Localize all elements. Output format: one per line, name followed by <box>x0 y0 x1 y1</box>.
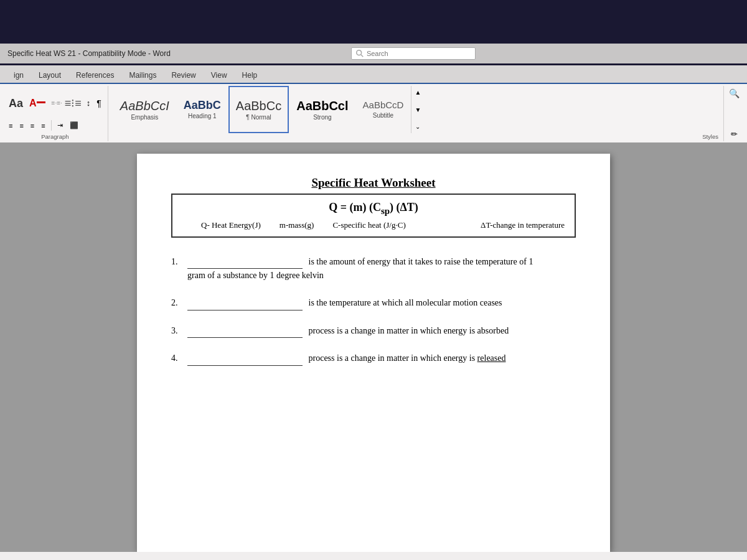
worksheet-title: Specific Heat Worksheet <box>171 176 576 190</box>
align-center-btn[interactable]: ≡ <box>17 120 26 131</box>
list-indent-icons: ≡·≡· <box>52 100 62 106</box>
search-btn[interactable]: 🔍 <box>726 87 742 100</box>
q3-body: process is a change in matter in which e… <box>187 324 576 338</box>
font-group: Aa A ≡·≡· ≡⁝≡ ↕ ¶ ≡ ≡ ≡ ≡ <box>2 86 108 141</box>
q1-body: is the amount of energy that it takes to… <box>187 255 576 283</box>
q2-blank[interactable] <box>187 299 303 310</box>
formula-box: Q = (m) (Csp) (ΔT) Q- Heat Energy(J) m-m… <box>171 194 576 238</box>
style-normal-label: ¶ Normal <box>246 114 271 121</box>
question-4: 4. process is a change in matter in whic… <box>171 352 576 365</box>
outdent-btn[interactable]: ⬛ <box>67 120 81 131</box>
justify-btn[interactable]: ≡ <box>39 120 47 131</box>
svg-line-1 <box>361 55 364 57</box>
style-heading1[interactable]: AaBbC Heading 1 <box>177 86 228 133</box>
formula-q: Q = (m) (C <box>329 201 381 213</box>
style-heading1-preview: AaBbC <box>184 100 221 112</box>
legend-q: Q- Heat Energy(J) <box>201 220 261 230</box>
styles-expand-arrow[interactable]: ⌄ <box>413 123 423 131</box>
tab-mailings[interactable]: Mailings <box>121 68 164 83</box>
app-window: Specific Heat WS 21 - Compatibility Mode… <box>0 0 747 560</box>
edit-btn[interactable]: ✏ <box>726 128 742 140</box>
q3-blank[interactable] <box>187 327 303 338</box>
indent-btn[interactable]: ⇥ <box>55 120 65 131</box>
align-icons: ≡⁝≡ <box>65 96 82 110</box>
style-strong-preview: AaBbCcl <box>296 99 348 113</box>
question-3: 3. process is a change in matter in whic… <box>171 324 576 338</box>
align-right-btn[interactable]: ≡ <box>28 120 37 131</box>
formula-sub: sp <box>381 206 390 216</box>
align-left-btn[interactable]: ≡ <box>6 120 15 131</box>
tab-ign[interactable]: ign <box>6 68 31 83</box>
q4-body: process is a change in matter in which e… <box>187 352 576 365</box>
tab-references[interactable]: References <box>68 68 121 83</box>
sort-button[interactable]: ↕ <box>84 97 93 109</box>
q4-number: 4. <box>171 352 187 365</box>
formula-equation: Q = (m) (Csp) (ΔT) <box>182 201 565 217</box>
formula-legend: Q- Heat Energy(J) m-mass(g) C-specific h… <box>182 220 565 230</box>
document-container: Specific Heat Worksheet Q = (m) (Csp) (Δ… <box>0 142 747 552</box>
font-aa-button[interactable]: Aa <box>6 96 26 110</box>
q3-number: 3. <box>171 324 187 338</box>
pilcrow-button[interactable]: ¶ <box>94 97 104 110</box>
legend-c: C-specific heat (J/g·C) <box>332 220 405 230</box>
font-controls: Aa A ≡·≡· ≡⁝≡ ↕ ¶ <box>6 86 104 120</box>
search-icon <box>355 49 364 58</box>
q2-number: 2. <box>171 296 187 310</box>
window-area: ign Layout References Mailings Review Vi… <box>0 65 747 560</box>
q2-body: is the temperature at which all molecula… <box>187 296 576 310</box>
title-bar: Specific Heat WS 21 - Compatibility Mode… <box>0 44 747 63</box>
formula-end: ) (ΔT) <box>390 201 418 213</box>
style-subtitle[interactable]: AaBbCcD Subtitle <box>356 86 411 133</box>
q1-blank[interactable] <box>187 258 303 269</box>
style-subtitle-preview: AaBbCcD <box>363 100 404 111</box>
search-bar[interactable] <box>351 47 476 60</box>
q3-text: process is a change in matter in which e… <box>309 326 509 335</box>
q1-number: 1. <box>171 255 187 269</box>
styles-up-arrow[interactable]: ▲ <box>413 88 423 96</box>
styles-row: AaBbCcI Emphasis AaBbC Heading 1 AaBbCc … <box>113 86 718 133</box>
legend-dt: ΔT-change in temperature <box>481 220 565 230</box>
font-a-button[interactable]: A <box>27 96 48 110</box>
font-underline <box>37 101 45 103</box>
style-emphasis-preview: AaBbCcI <box>120 99 169 113</box>
paragraph-label: Paragraph <box>6 132 104 140</box>
second-row-font: ≡ ≡ ≡ ≡ ⇥ ⬛ <box>6 120 104 131</box>
style-normal-preview: AaBbCc <box>236 99 281 113</box>
app-title: Specific Heat WS 21 - Compatibility Mode… <box>7 49 171 58</box>
style-emphasis[interactable]: AaBbCcI Emphasis <box>113 86 176 133</box>
style-subtitle-label: Subtitle <box>373 112 393 119</box>
question-2: 2. is the temperature at which all molec… <box>171 296 576 310</box>
tab-review[interactable]: Review <box>164 68 203 83</box>
font-a-label: A <box>29 98 37 109</box>
ribbon-body: Aa A ≡·≡· ≡⁝≡ ↕ ¶ ≡ ≡ ≡ ≡ <box>0 83 747 142</box>
styles-group: AaBbCcI Emphasis AaBbC Heading 1 AaBbCc … <box>111 86 721 141</box>
q4-blank[interactable] <box>187 355 303 366</box>
font-aa-label: Aa <box>9 98 23 109</box>
q2-text: is the temperature at which all molecula… <box>309 298 502 307</box>
tab-view[interactable]: View <box>204 68 235 83</box>
legend-m: m-mass(g) <box>280 220 314 230</box>
styles-label: Styles <box>113 133 718 140</box>
svg-point-0 <box>357 50 362 55</box>
divider <box>51 120 52 131</box>
questions-area: 1. is the amount of energy that it takes… <box>171 249 576 386</box>
q4-released-word: released <box>477 353 506 363</box>
search-input[interactable] <box>367 50 460 57</box>
tab-layout[interactable]: Layout <box>31 68 68 83</box>
q4-text: process is a change in matter in which e… <box>309 353 506 363</box>
style-strong-label: Strong <box>313 114 331 121</box>
style-emphasis-label: Emphasis <box>131 114 158 121</box>
ribbon-tabs: ign Layout References Mailings Review Vi… <box>0 65 747 83</box>
word-page: Specific Heat Worksheet Q = (m) (Csp) (Δ… <box>137 154 610 552</box>
styles-arrows: ▲ ▼ ⌄ <box>411 86 424 133</box>
tab-help[interactable]: Help <box>235 68 265 83</box>
top-dark-area: Specific Heat WS 21 - Compatibility Mode… <box>0 0 747 65</box>
style-normal[interactable]: AaBbCc ¶ Normal <box>228 86 289 133</box>
question-1: 1. is the amount of energy that it takes… <box>171 255 576 283</box>
style-heading1-label: Heading 1 <box>188 113 217 119</box>
styles-down-arrow[interactable]: ▼ <box>413 106 423 114</box>
style-strong[interactable]: AaBbCcl Strong <box>289 86 355 133</box>
right-tools: 🔍 ✏ <box>723 86 745 141</box>
